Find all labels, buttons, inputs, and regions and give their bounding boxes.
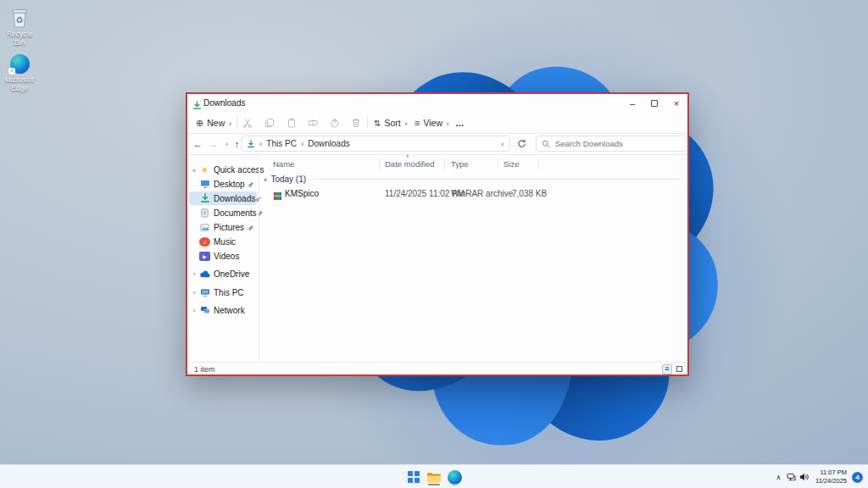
sidebar-item-label: Documents xyxy=(214,208,257,218)
column-header-name[interactable]: Name xyxy=(273,159,294,169)
desktop-icon-microsoft-edge[interactable]: ↗ Microsoft Edge xyxy=(1,53,38,93)
paste-icon xyxy=(286,117,298,129)
winrar-archive-icon xyxy=(273,189,282,204)
sort-ascending-icon: ∧ xyxy=(406,153,409,158)
svg-text:♻: ♻ xyxy=(16,15,24,25)
chevron-down-icon[interactable]: ∨ xyxy=(189,167,199,173)
pin-icon xyxy=(248,219,254,235)
delete-button[interactable] xyxy=(347,114,365,131)
edge-icon xyxy=(448,470,462,485)
taskbar-edge-button[interactable] xyxy=(444,468,465,486)
taskbar-clock[interactable]: 11:07 PM 11/24/2025 xyxy=(815,469,847,485)
downloads-folder-icon xyxy=(247,140,255,148)
this-pc-icon xyxy=(199,287,210,298)
column-divider[interactable] xyxy=(444,158,445,169)
forward-button[interactable]: → xyxy=(206,136,220,151)
chevron-down-icon: ∨ xyxy=(225,141,228,147)
volume-tray-button[interactable] xyxy=(798,473,810,481)
recycle-bin-icon: ♻ xyxy=(1,7,38,29)
close-icon: × xyxy=(674,98,679,108)
group-header-today[interactable]: ∨ Today (1) xyxy=(264,174,682,185)
sidebar-item-this-pc[interactable]: › This PC xyxy=(189,286,257,299)
sidebar-item-downloads[interactable]: Downloads xyxy=(189,191,257,205)
file-name: KMSpico xyxy=(285,189,319,198)
copy-button[interactable] xyxy=(260,114,279,131)
network-tray-button[interactable] xyxy=(785,473,798,481)
close-button[interactable]: × xyxy=(665,94,687,112)
address-bar[interactable]: › This PC › Downloads ∨ xyxy=(241,136,510,152)
sidebar-item-label: Downloads xyxy=(214,194,255,203)
column-divider[interactable] xyxy=(379,158,380,169)
rename-button[interactable] xyxy=(303,114,322,131)
chevron-right-icon[interactable]: › xyxy=(189,289,199,297)
desktop-icon-recycle-bin[interactable]: ♻ Recycle Bin xyxy=(1,7,38,47)
address-dropdown-chevron-icon[interactable]: ∨ xyxy=(501,141,504,147)
details-view-icon: ≡ xyxy=(665,365,669,373)
file-row-kmspico[interactable]: KMSpico 11/24/2025 11:02 PM WinRAR archi… xyxy=(260,188,682,201)
back-icon: ← xyxy=(193,139,203,149)
group-label: Today (1) xyxy=(270,175,306,184)
shortcut-arrow-icon: ↗ xyxy=(8,68,15,75)
sidebar-item-pictures[interactable]: Pictures xyxy=(189,220,257,234)
sidebar-item-network[interactable]: › Network xyxy=(189,303,257,317)
hidden-icons-button[interactable]: ∧ xyxy=(772,474,785,481)
delete-icon xyxy=(350,117,362,129)
chevron-down-icon: ∨ xyxy=(228,120,231,126)
search-input[interactable] xyxy=(555,139,674,148)
notification-count-badge[interactable]: 4 xyxy=(852,472,863,483)
chevron-right-icon[interactable]: › xyxy=(189,307,199,314)
breadcrumb-this-pc[interactable]: This PC xyxy=(266,139,297,148)
sort-icon: ⇅ xyxy=(374,119,381,128)
windows-start-icon xyxy=(408,471,420,483)
sidebar-item-quick-access[interactable]: ∨ ★ Quick access xyxy=(189,163,257,176)
sort-label: Sort xyxy=(384,118,400,128)
title-bar[interactable]: Downloads – × xyxy=(187,94,687,113)
new-label: New xyxy=(207,118,225,128)
sidebar-item-documents[interactable]: Documents xyxy=(189,206,257,219)
chevron-right-icon: › xyxy=(301,139,303,148)
item-count: 1 item xyxy=(194,365,215,374)
large-icons-view-toggle[interactable] xyxy=(674,364,684,374)
back-button[interactable]: ← xyxy=(191,136,205,151)
search-box[interactable] xyxy=(536,136,687,152)
more-options-button[interactable]: … xyxy=(452,114,468,131)
sort-button[interactable]: ⇅ Sort ∨ xyxy=(370,114,411,131)
speaker-icon xyxy=(799,473,809,481)
sidebar-item-onedrive[interactable]: › OneDrive xyxy=(189,267,257,280)
column-header-size[interactable]: Size xyxy=(504,159,519,169)
sidebar-item-music[interactable]: ♪ Music xyxy=(189,235,257,248)
column-header-type[interactable]: Type xyxy=(451,159,469,169)
chevron-right-icon[interactable]: › xyxy=(189,270,199,278)
sidebar-item-desktop[interactable]: Desktop xyxy=(189,177,257,191)
paste-button[interactable] xyxy=(282,114,301,131)
explorer-window: Downloads – × ⊕ New ∨ xyxy=(186,92,689,376)
breadcrumb-downloads[interactable]: Downloads xyxy=(308,139,349,148)
sidebar-item-label: Quick access xyxy=(214,165,264,175)
status-bar: 1 item ≡ xyxy=(187,362,687,374)
maximize-button[interactable] xyxy=(643,94,665,112)
file-size: 7,038 KB xyxy=(512,189,547,198)
start-button[interactable] xyxy=(403,468,424,486)
taskbar-file-explorer-button[interactable] xyxy=(424,468,444,486)
minimize-button[interactable]: – xyxy=(621,94,643,112)
column-divider[interactable] xyxy=(538,158,539,169)
sidebar-item-label: Pictures xyxy=(214,223,244,232)
pane-divider[interactable] xyxy=(259,155,259,362)
sidebar-item-videos[interactable]: ▶ Videos xyxy=(189,249,257,263)
view-button[interactable]: ≡ View ∨ xyxy=(411,114,453,131)
details-view-toggle[interactable]: ≡ xyxy=(662,364,672,374)
new-plus-icon: ⊕ xyxy=(196,118,203,129)
desktop-icon-label: Recycle Bin xyxy=(1,30,38,47)
share-icon xyxy=(329,117,341,129)
file-explorer-icon xyxy=(426,471,442,484)
refresh-button[interactable] xyxy=(515,136,529,151)
new-button[interactable]: ⊕ New ∨ xyxy=(192,114,236,131)
share-button[interactable] xyxy=(326,114,344,131)
column-divider[interactable] xyxy=(498,158,498,169)
videos-icon: ▶ xyxy=(199,252,210,261)
sidebar-item-label: This PC xyxy=(214,288,244,297)
cut-button[interactable] xyxy=(238,114,257,131)
downloads-folder-icon xyxy=(192,98,202,114)
cut-icon xyxy=(242,117,253,129)
column-header-date-modified[interactable]: Date modified xyxy=(385,159,435,169)
